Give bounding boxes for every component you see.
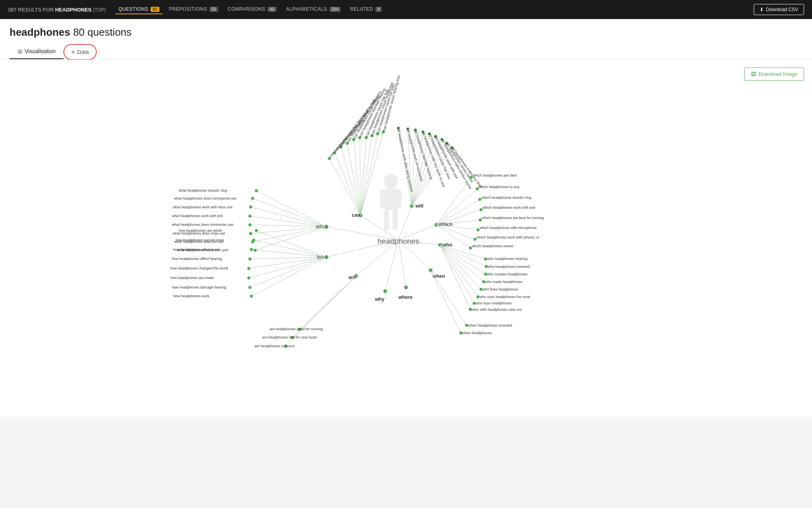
svg-text:who uses headphones the most: who uses headphones the most [479, 295, 530, 299]
svg-line-138 [356, 240, 398, 276]
svg-point-110 [482, 280, 485, 283]
svg-point-136 [383, 289, 387, 293]
svg-text:what headphones should i buy: what headphones should i buy [178, 189, 228, 192]
svg-text:what headphones work with ps4: what headphones work with ps4 [176, 248, 228, 252]
page-title: headphones 80 questions [10, 26, 802, 38]
svg-text:why: why [375, 296, 385, 302]
svg-text:are headphones good for runnin: are headphones good for running [270, 327, 323, 331]
svg-point-189 [251, 197, 254, 200]
svg-text:when: when [432, 273, 445, 279]
svg-text:how headphones are made: how headphones are made [170, 276, 214, 280]
svg-text:how headphones damage hearing: how headphones damage hearing [172, 285, 226, 289]
svg-line-11 [360, 136, 372, 216]
view-tabs: ◎ Visualisation ≡ Data [10, 44, 802, 59]
svg-point-133 [404, 285, 408, 289]
nav-tab-related[interactable]: RELATED8 [347, 5, 385, 14]
svg-point-81 [476, 187, 479, 190]
svg-point-82 [479, 198, 482, 201]
download-csv-button[interactable]: ⬇ Download CSV [754, 4, 804, 15]
svg-text:how headphones changed the wor: how headphones changed the world [170, 266, 228, 270]
svg-line-150 [326, 240, 398, 257]
svg-line-135 [385, 240, 398, 291]
svg-line-100 [440, 245, 486, 266]
list-icon: ≡ [71, 49, 75, 55]
svg-text:when headphones invented: when headphones invented [468, 323, 512, 327]
svg-point-111 [479, 288, 483, 291]
svg-text:who created headphones: who created headphones [486, 272, 527, 276]
svg-text:who fixes headphones: who fixes headphones [482, 287, 519, 291]
svg-rect-5 [393, 210, 398, 231]
tab-data[interactable]: ≡ Data [63, 44, 97, 60]
svg-text:which headphones are best for : which headphones are best for running [481, 216, 544, 220]
visualization-container: headphones can [8, 67, 804, 409]
svg-point-0 [384, 174, 398, 189]
svg-line-104 [440, 245, 478, 297]
svg-text:what headphones does tommyinni: what headphones does tommyinnit use [174, 196, 236, 200]
svg-rect-2 [380, 190, 385, 209]
svg-line-160 [251, 257, 326, 296]
svg-line-153 [257, 231, 327, 257]
svg-text:what headphones does ninja use: what headphones does ninja use [172, 231, 225, 235]
svg-text:which headphones are best: which headphones are best [472, 173, 517, 177]
nav-tab-comparisons[interactable]: COMPARISONS40 [224, 5, 280, 14]
svg-text:who buys headphones: who buys headphones [475, 301, 512, 305]
center-node-label: headphones [377, 237, 419, 245]
svg-point-190 [249, 206, 252, 209]
svg-text:which headphones work with iph: which headphones work with iphone 12 [476, 235, 539, 239]
svg-line-186 [253, 227, 326, 242]
svg-point-112 [477, 295, 480, 298]
svg-point-80 [470, 176, 473, 179]
top-navigation: 387 RESULTS FOR HEADPHONES (TOP) QUESTIO… [0, 0, 812, 19]
svg-point-195 [254, 249, 257, 252]
svg-point-86 [473, 238, 477, 241]
svg-point-83 [479, 208, 483, 212]
svg-point-167 [248, 286, 251, 289]
svg-text:when headphones: when headphones [462, 331, 492, 335]
nav-tab-questions[interactable]: QUESTIONS80 [115, 5, 163, 14]
svg-line-185 [251, 227, 326, 233]
svg-text:where: where [398, 294, 413, 300]
svg-text:can: can [352, 212, 360, 218]
svg-point-165 [247, 267, 251, 270]
svg-text:which headphones review: which headphones review [471, 244, 513, 248]
svg-line-126 [431, 270, 467, 325]
svg-line-10 [360, 134, 377, 215]
svg-point-168 [250, 294, 253, 298]
nav-tab-alphabeticals[interactable]: ALPHABETICALS204 [283, 5, 344, 14]
svg-point-108 [485, 265, 488, 268]
svg-point-85 [477, 228, 480, 231]
svg-point-161 [255, 229, 258, 232]
svg-line-187 [255, 227, 327, 250]
download-icon: ⬇ [760, 7, 764, 12]
svg-line-182 [251, 207, 326, 227]
svg-text:what headphones work with xbox: what headphones work with xbox one [172, 205, 232, 209]
svg-point-193 [249, 232, 252, 235]
svg-point-128 [465, 324, 468, 327]
svg-text:will: will [415, 203, 423, 209]
circle-icon: ◎ [17, 48, 22, 54]
svg-text:which headphones to buy: which headphones to buy [478, 185, 519, 189]
svg-line-39 [398, 206, 412, 240]
svg-text:what headphones does ksi use: what headphones does ksi use [174, 240, 223, 244]
svg-text:are headphones a device: are headphones a device [255, 344, 295, 348]
svg-point-164 [248, 258, 251, 261]
svg-text:which headphones work with ps4: which headphones work with ps4 [482, 206, 535, 210]
nav-tabs: QUESTIONS80PREPOSITIONS55COMPARISONS40AL… [115, 5, 744, 14]
svg-line-47 [412, 137, 435, 206]
svg-point-163 [250, 248, 253, 251]
svg-point-84 [479, 218, 482, 221]
svg-text:how headphones work: how headphones work [173, 294, 209, 298]
nav-tab-prepositions[interactable]: PREPOSITIONS55 [166, 5, 221, 14]
svg-line-159 [250, 257, 326, 287]
svg-line-155 [251, 250, 326, 257]
svg-text:what headphones work with ps5: what headphones work with ps5 [171, 214, 223, 218]
svg-point-87 [469, 246, 472, 250]
mind-map-svg: headphones can [8, 67, 804, 409]
svg-text:which headphones should i buy: which headphones should i buy [481, 196, 532, 200]
svg-point-113 [473, 302, 476, 305]
tab-visualisation[interactable]: ◎ Visualisation [10, 44, 63, 59]
svg-text:which headphones with micropho: which headphones with microphone [479, 226, 536, 230]
main-content: 🖼 Download Image headphones can [0, 60, 812, 417]
svg-point-109 [484, 273, 487, 276]
svg-line-181 [253, 198, 326, 227]
